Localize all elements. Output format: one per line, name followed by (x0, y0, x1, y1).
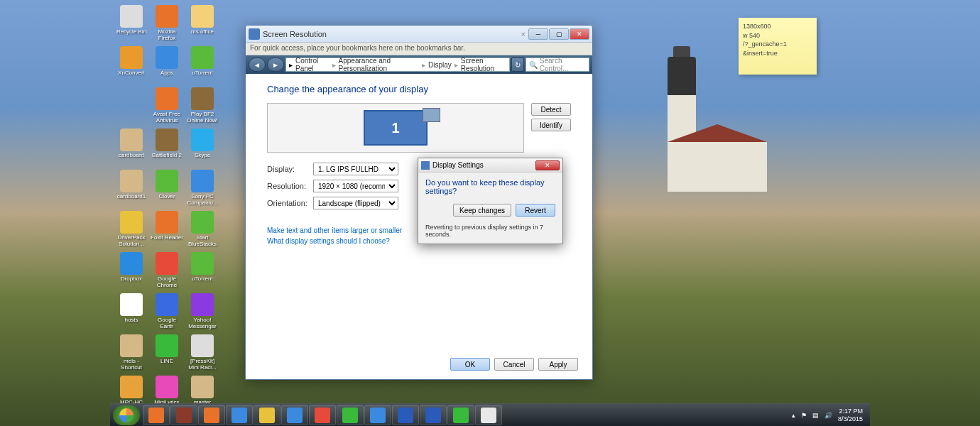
desktop-icon[interactable]: uTorrent (185, 45, 220, 86)
taskbar-app-button[interactable] (143, 405, 170, 425)
desktop-icon[interactable]: Mozilla Firefox (149, 4, 185, 45)
app-icon (191, 170, 214, 192)
app-icon (191, 5, 214, 28)
sticky-note[interactable]: 980x426 w 540 /?_gencache=1 &insert=tru… (739, 18, 817, 75)
secondary-monitor-icon (423, 108, 440, 122)
taskbar-app-button[interactable] (447, 405, 474, 425)
taskbar-app-button[interactable] (364, 405, 391, 425)
icon-label: Mozilla Firefox (151, 29, 183, 42)
desktop-icon[interactable]: hosts (114, 292, 149, 333)
app-icon (156, 376, 178, 398)
app-icon (315, 408, 330, 423)
desktop-icon[interactable]: Play BF2 Online Now! (185, 86, 220, 127)
dialog-titlebar[interactable]: Display Settings ✕ (418, 158, 562, 173)
monitor-icon (249, 28, 260, 40)
app-icon (204, 408, 219, 423)
desktop-icon[interactable]: Google Chrome (149, 251, 185, 292)
ok-button[interactable]: OK (450, 358, 490, 371)
system-tray[interactable]: ▴ ⚑ ▤ 🔊 2:17 PM 8/3/2015 (792, 408, 867, 423)
desktop-icon[interactable]: Apps (149, 45, 185, 86)
volume-icon[interactable]: 🔊 (824, 412, 832, 419)
taskbar-app-button[interactable] (281, 405, 308, 425)
minimize-button[interactable]: ─ (528, 28, 548, 40)
monitor-preview[interactable]: 1 (364, 110, 428, 146)
dialog-close-button[interactable]: ✕ (535, 160, 560, 170)
desktop-icon[interactable]: ms office (185, 4, 220, 45)
desktop-icon[interactable]: cardboard (114, 127, 149, 168)
taskbar-app-button[interactable] (198, 405, 225, 425)
breadcrumb-item[interactable]: Control Panel (295, 57, 330, 72)
window-title: Screen Resolution (263, 30, 514, 38)
desktop-icon[interactable]: Yahoo! Messenger (185, 292, 220, 333)
action-center-icon[interactable]: ⚑ (801, 412, 807, 419)
bookmarks-bar: For quick access, place your bookmarks h… (246, 43, 592, 55)
window-titlebar[interactable]: Screen Resolution × ─ ▢ ✕ (246, 26, 592, 43)
taskbar-app-button[interactable] (226, 405, 253, 425)
app-icon (191, 211, 214, 234)
app-icon (120, 170, 143, 192)
taskbar-app-button[interactable] (170, 405, 197, 425)
sticky-line: 980x426 (743, 22, 812, 31)
tab-close-icon[interactable]: × (518, 30, 528, 38)
maximize-button[interactable]: ▢ (549, 28, 569, 40)
breadcrumb[interactable]: ▸ Control Panel▸ Appearance and Personal… (285, 58, 510, 72)
sticky-line: &insert=true (743, 49, 812, 58)
desktop-icon[interactable]: Google Earth (149, 292, 185, 333)
forward-button[interactable]: ► (267, 58, 284, 72)
desktop-icon[interactable]: LINE (149, 333, 185, 374)
desktop-icon[interactable]: uTorrent (185, 251, 220, 292)
tray-chevron-icon[interactable]: ▴ (792, 412, 795, 419)
breadcrumb-item[interactable]: Appearance and Personalization (339, 57, 419, 72)
app-icon (120, 252, 143, 275)
sticky-line: w 540 (743, 31, 812, 40)
identify-button[interactable]: Identify (531, 119, 571, 131)
taskbar-app-button[interactable] (337, 405, 364, 425)
desktop-icon[interactable]: [PressKit] Mini Raci... (185, 333, 220, 374)
taskbar-app-button[interactable] (309, 405, 336, 425)
orientation-select[interactable]: Landscape (flipped) (313, 197, 398, 209)
app-icon (191, 87, 214, 110)
refresh-button[interactable]: ↻ (511, 58, 524, 72)
app-icon (120, 376, 143, 398)
taskbar-app-button[interactable] (475, 405, 502, 425)
display-select[interactable]: 1. LG IPS FULLHD (313, 163, 398, 175)
resolution-select[interactable]: 1920 × 1080 (recommended) (313, 180, 398, 192)
start-button[interactable] (113, 405, 140, 425)
desktop-icon[interactable]: XnConvert (114, 45, 149, 86)
icon-label: Clover (158, 194, 175, 200)
breadcrumb-item[interactable]: Display (428, 61, 452, 69)
revert-button[interactable]: Revert (516, 204, 555, 217)
desktop-icon[interactable]: cardboard1 (114, 168, 149, 209)
keep-changes-button[interactable]: Keep changes (453, 204, 511, 217)
desktop-icon[interactable]: Clover (149, 168, 185, 209)
network-icon[interactable]: ▤ (812, 412, 819, 419)
desktop-icon[interactable]: Skype (185, 127, 220, 168)
detect-button[interactable]: Detect (531, 103, 571, 116)
icon-label: Yahoo! Messenger (186, 317, 219, 330)
back-button[interactable]: ◄ (249, 58, 266, 72)
icon-label: hosts (124, 317, 138, 324)
desktop-icon[interactable]: Start BlueStacks (185, 209, 220, 251)
app-icon (191, 293, 214, 316)
desktop-icon[interactable]: Sony PC Companio... (185, 168, 220, 209)
app-icon (259, 408, 275, 423)
cancel-button[interactable]: Cancel (494, 358, 534, 371)
desktop-icon[interactable]: Recycle Bin (114, 4, 149, 45)
desktop-icon[interactable]: DriverPack Solution... (114, 209, 149, 251)
desktop-icon[interactable]: mels - Shortcut (114, 333, 149, 374)
desktop-icon[interactable]: Foxit Reader (149, 209, 185, 251)
desktop-icon[interactable]: Avast Free Antivirus (149, 86, 185, 127)
resolution-label: Resolution: (267, 182, 313, 190)
display-preview[interactable]: 1 (267, 103, 524, 153)
desktop-icon[interactable]: Dropbox (114, 251, 149, 292)
taskbar-app-button[interactable] (254, 405, 281, 425)
breadcrumb-item[interactable]: Screen Resolution (461, 57, 506, 72)
windows-icon (119, 408, 134, 422)
taskbar-app-button[interactable] (420, 405, 447, 425)
apply-button[interactable]: Apply (538, 358, 578, 371)
taskbar-clock[interactable]: 2:17 PM 8/3/2015 (838, 408, 863, 423)
close-button[interactable]: ✕ (570, 28, 589, 40)
search-input[interactable]: 🔍 Search Control... (526, 58, 589, 72)
taskbar-app-button[interactable] (392, 405, 419, 425)
desktop-icon[interactable]: Battlefield 2 (149, 127, 185, 168)
